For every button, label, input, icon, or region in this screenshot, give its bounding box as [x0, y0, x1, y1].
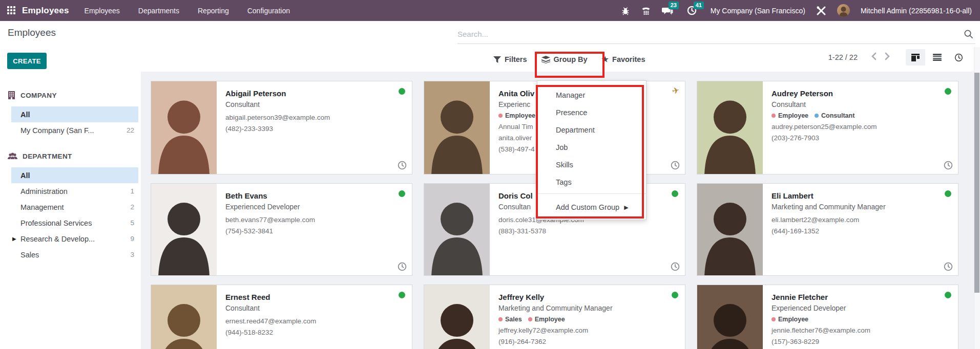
employee-card[interactable]: Audrey Peterson Consultant EmployeeConsu…: [697, 81, 958, 174]
employee-email[interactable]: beth.evans77@example.com: [225, 214, 389, 226]
employee-email[interactable]: abigail.peterson39@example.com: [225, 112, 389, 123]
group-by-button[interactable]: Group By: [541, 55, 588, 63]
employee-email[interactable]: jeffrey.kelly72@example.com: [498, 325, 662, 336]
menu-item-presence[interactable]: Presence: [537, 104, 646, 121]
expand-caret-icon[interactable]: ▶: [12, 236, 16, 242]
sidebar-item-management[interactable]: ▶ Management 2: [11, 199, 138, 215]
phone-keypad-icon[interactable]: [641, 6, 651, 15]
activity-clock-icon[interactable]: [671, 262, 680, 271]
topnav-employees[interactable]: Employees: [85, 7, 120, 15]
activity-clock-icon[interactable]: [398, 161, 407, 170]
sidebar-item-count: 1: [130, 187, 134, 195]
list-view-button[interactable]: [927, 49, 947, 66]
sidebar-item-administration[interactable]: ▶ Administration 1: [11, 183, 138, 199]
menu-item-department[interactable]: Department: [537, 121, 646, 139]
sidebar-section-title: COMPANY: [20, 92, 57, 99]
employee-name: Abigail Peterson: [225, 88, 389, 99]
activity-clock-icon[interactable]: [671, 161, 680, 170]
employee-email[interactable]: eli.lambert22@example.com: [772, 214, 935, 226]
menu-item-add-custom-group[interactable]: Add Custom Group ▶: [537, 198, 646, 216]
sidebar-item-research-develop[interactable]: ▶ Research & Develop... 9: [11, 231, 138, 247]
tag-dot-icon: [528, 317, 532, 321]
employee-card[interactable]: Abigail Peterson Consultant abigail.pete…: [151, 81, 412, 174]
tag-dot-icon: [772, 114, 776, 118]
group-by-dropdown: ManagerPresenceDepartmentJobSkillsTags A…: [537, 80, 647, 220]
topnav-departments[interactable]: Departments: [138, 7, 179, 15]
topnav-reporting[interactable]: Reporting: [198, 7, 229, 15]
employee-phone[interactable]: (944)-518-8232: [225, 327, 389, 338]
sidebar: COMPANY ▶ All ▶ My Company (San F... 22 …: [0, 72, 141, 349]
activities-count-badge: 41: [694, 2, 704, 9]
star-icon: ★: [602, 56, 609, 63]
tools-icon[interactable]: [816, 6, 826, 16]
pager-next-icon[interactable]: [881, 50, 894, 64]
employee-name: Ernest Reed: [225, 292, 389, 303]
presence-online-icon: [399, 88, 405, 95]
menu-item-job[interactable]: Job: [537, 139, 646, 156]
user-avatar[interactable]: [837, 4, 850, 17]
submenu-arrow-icon: ▶: [624, 204, 628, 211]
sidebar-item-sales[interactable]: ▶ Sales 3: [11, 247, 138, 263]
employee-phone[interactable]: (644)-169-1352: [772, 226, 935, 237]
activity-clock-icon[interactable]: [944, 161, 953, 170]
activities-icon[interactable]: 41: [687, 6, 697, 15]
employee-phone[interactable]: (916)-264-7362: [498, 336, 662, 347]
sidebar-item-label: Research & Develop...: [20, 235, 95, 243]
tag-dot-icon: [815, 114, 819, 118]
activity-clock-icon[interactable]: [944, 262, 953, 271]
presence-online-icon: [945, 190, 951, 197]
company-switcher[interactable]: My Company (San Francisco): [711, 7, 805, 15]
user-menu[interactable]: Mitchell Admin (22856981-16-0-all): [861, 7, 972, 15]
kanban-view-button[interactable]: [906, 49, 925, 66]
menu-item-skills[interactable]: Skills: [537, 156, 646, 173]
sidebar-item-all[interactable]: ▶ All: [11, 106, 138, 122]
apps-grid-icon[interactable]: [7, 6, 16, 15]
filters-button[interactable]: Filters: [493, 55, 527, 63]
search-bar: [457, 25, 975, 44]
search-input[interactable]: [457, 30, 964, 38]
employee-phone[interactable]: (883)-331-5378: [498, 226, 662, 237]
employee-card[interactable]: Beth Evans Experienced Developer beth.ev…: [151, 183, 412, 276]
sidebar-item-label: Sales: [20, 251, 39, 259]
employee-name: Eli Lambert: [772, 190, 935, 202]
search-icon[interactable]: [964, 29, 973, 39]
scrollbar-thumb[interactable]: [974, 73, 979, 293]
sidebar-item-label: Professional Services: [20, 219, 92, 227]
employee-card[interactable]: Jeffrey Kelly Marketing and Community Ma…: [424, 285, 685, 349]
employee-job-title: Experienced Developer: [225, 202, 389, 212]
sidebar-item-my-company-san-f[interactable]: ▶ My Company (San F... 22: [11, 122, 138, 138]
employee-card[interactable]: Eli Lambert Marketing and Community Mana…: [697, 183, 958, 276]
messages-icon[interactable]: 23: [662, 6, 673, 15]
app-title[interactable]: Employees: [22, 6, 69, 16]
employee-photo: [151, 81, 217, 174]
employee-phone[interactable]: (203)-276-7903: [772, 133, 935, 144]
search-options: Filters Group By ★ Favorites: [493, 51, 645, 68]
menu-separator: [537, 193, 646, 194]
menu-item-tags[interactable]: Tags: [537, 173, 646, 191]
sidebar-item-all[interactable]: ▶ All: [11, 167, 138, 183]
activity-view-button[interactable]: [949, 49, 968, 66]
menu-item-manager[interactable]: Manager: [537, 86, 646, 104]
scrollbar-track[interactable]: [974, 47, 980, 349]
bug-icon[interactable]: [621, 6, 630, 15]
employee-email[interactable]: audrey.peterson25@example.com: [772, 121, 935, 133]
employee-tags: Employee: [772, 316, 935, 323]
employee-card[interactable]: Ernest Reed Consultant ernest.reed47@exa…: [151, 285, 412, 349]
employee-email[interactable]: jennie.fletcher76@example.com: [772, 325, 935, 336]
employee-phone[interactable]: (157)-363-8229: [772, 336, 935, 347]
sidebar-item-professional-services[interactable]: ▶ Professional Services 5: [11, 215, 138, 231]
employee-card[interactable]: Jennie Fletcher Experienced Developer Em…: [697, 285, 958, 349]
activity-clock-icon[interactable]: [398, 262, 407, 271]
layers-icon: [541, 56, 550, 63]
employee-email[interactable]: ernest.reed47@example.com: [225, 316, 389, 327]
employee-photo: [697, 81, 763, 174]
employee-photo: [424, 184, 490, 275]
favorites-button[interactable]: ★ Favorites: [602, 55, 645, 63]
pager-previous-icon[interactable]: [867, 50, 881, 64]
presence-online-icon: [672, 190, 678, 197]
create-button[interactable]: CREATE: [7, 53, 47, 69]
employee-job-title: Consultant: [225, 99, 389, 110]
topnav-configuration[interactable]: Configuration: [247, 7, 290, 15]
employee-phone[interactable]: (482)-233-3393: [225, 123, 389, 135]
employee-phone[interactable]: (754)-532-3841: [225, 226, 389, 237]
